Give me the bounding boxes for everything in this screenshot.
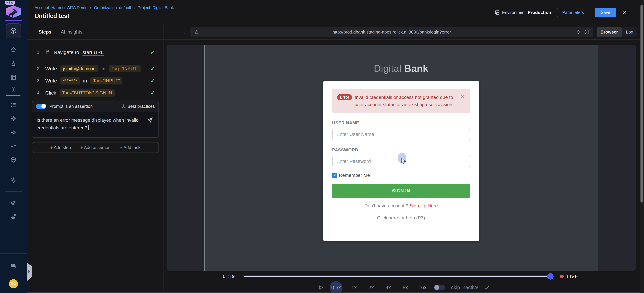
- username-input[interactable]: [332, 129, 470, 140]
- playback-controls: 0.5x 1x 2x 4x 8x 16x skip inactive: [164, 282, 644, 293]
- url-bar[interactable]: http://prod.dbank.staging-apps.relicx.ai…: [190, 27, 593, 37]
- sidebar-item-grid[interactable]: [6, 70, 20, 84]
- live-label: LIVE: [567, 274, 578, 279]
- remember-me-row[interactable]: ✓ Remember Me: [332, 173, 470, 178]
- step-action: Write: [45, 78, 57, 84]
- sidebar-item-cicd[interactable]: [6, 153, 20, 167]
- save-button[interactable]: Save: [595, 8, 616, 17]
- step-row-1[interactable]: 1 Navigate to start URL ✓: [37, 46, 155, 58]
- add-task-button[interactable]: + Add task: [120, 145, 140, 150]
- step-target-chip[interactable]: Tag="BUTTON" SIGN IN: [60, 89, 115, 97]
- speed-0-5x-button[interactable]: 0.5x: [330, 281, 342, 293]
- sidebar-item-settings[interactable]: [6, 112, 20, 125]
- assertion-toggle[interactable]: [36, 104, 46, 109]
- breadcrumb-project[interactable]: Project: Digital Bank: [138, 5, 174, 10]
- sidebar-item-layers-config[interactable]: [6, 196, 20, 210]
- step-target-chip[interactable]: Tag="INPUT": [90, 77, 122, 84]
- svg-text:?: ?: [12, 264, 14, 267]
- breadcrumb-organization[interactable]: Organization: default: [94, 5, 131, 10]
- left-nav-sidebar: NEW: [0, 0, 27, 293]
- sidebar-item-project-settings[interactable]: [6, 173, 20, 187]
- remember-checkbox[interactable]: ✓: [332, 173, 337, 178]
- step-number: 1: [37, 50, 42, 55]
- header-actions: Environment Production Parameters Save ✕: [494, 0, 628, 25]
- harness-aita-logo[interactable]: [6, 5, 21, 18]
- help-link[interactable]: Click here for help (P3): [332, 215, 470, 221]
- sidebar-item-checklist[interactable]: [6, 98, 20, 112]
- sign-in-button[interactable]: SIGN IN: [332, 184, 470, 198]
- horizontal-scrollbar[interactable]: [27, 292, 640, 293]
- prompt-input[interactable]: Is there an error message displayed when…: [32, 112, 158, 137]
- step-action: Navigate to: [54, 49, 79, 55]
- add-step-button[interactable]: + Add step: [50, 145, 71, 150]
- error-alert: Error Invalid credentials or access not …: [332, 89, 470, 113]
- log-view-button[interactable]: Log: [622, 27, 637, 37]
- send-icon: [147, 117, 154, 123]
- step-row-4[interactable]: 4 Click Tag="BUTTON" SIGN IN ✓: [37, 87, 155, 99]
- breadcrumb-account[interactable]: Account: Harness AITA Demo: [34, 5, 88, 10]
- checklist-icon: [10, 102, 16, 108]
- password-label: PASSWORD: [332, 147, 470, 153]
- timeline-scrubber-handle[interactable]: [547, 273, 554, 280]
- tab-ai-insights[interactable]: AI insights: [61, 29, 82, 35]
- step-number: 3: [37, 78, 42, 83]
- step-value-chip[interactable]: ********: [60, 77, 80, 84]
- timeline-track[interactable]: [244, 276, 552, 277]
- no-account-text: Don't have account ?: [364, 203, 408, 208]
- speed-2x-button[interactable]: 2x: [366, 285, 377, 290]
- sidebar-item-integrations[interactable]: [6, 139, 20, 153]
- elapsed-time: 01:19: [223, 274, 234, 279]
- step-row-2[interactable]: 2 Write jsmith@demo.io in Tag="INPUT" ✓: [37, 63, 155, 75]
- back-arrow-button[interactable]: ←: [168, 29, 176, 35]
- environment-icon: [494, 9, 500, 15]
- sidebar-item-help[interactable]: ?: [6, 260, 20, 273]
- brand-bold: Bank: [404, 63, 428, 74]
- parameters-button[interactable]: Parameters: [557, 8, 589, 17]
- sidebar-item-experiments[interactable]: [6, 57, 20, 70]
- step-value-chip[interactable]: jsmith@demo.io: [60, 65, 98, 72]
- speed-16x-button[interactable]: 16x: [417, 285, 428, 290]
- user-avatar[interactable]: DC: [9, 279, 18, 288]
- sidebar-item-incognito[interactable]: [6, 125, 20, 139]
- sign-up-link[interactable]: Sign Up Here: [410, 203, 438, 208]
- url-actions: [576, 29, 590, 35]
- start-url-link[interactable]: start URL: [82, 49, 104, 55]
- environment-selector[interactable]: Environment Production: [494, 9, 551, 15]
- url-text[interactable]: http://prod.dbank.staging-apps.relicx.ai…: [190, 29, 593, 35]
- live-dot-icon: [560, 275, 564, 278]
- best-practices-link[interactable]: Best practices: [122, 104, 155, 109]
- gear-icon: [10, 115, 16, 122]
- speed-8x-button[interactable]: 8x: [400, 285, 411, 290]
- assertion-prompt-card: Prompt is an assertion Best practices Is…: [32, 101, 159, 138]
- sidebar-item-module-active[interactable]: [6, 23, 21, 38]
- send-prompt-button[interactable]: [147, 117, 154, 124]
- scrollbar-thumb[interactable]: [640, 5, 643, 203]
- vertical-scrollbar[interactable]: [640, 0, 644, 293]
- step-target-chip[interactable]: Tag="INPUT": [109, 65, 141, 72]
- sidebar-item-org-config[interactable]: [6, 210, 20, 224]
- expand-right-icon: [28, 270, 30, 273]
- breadcrumb-title-block: Account: Harness AITA Demo › Organizatio…: [34, 0, 174, 25]
- cube-icon: [10, 27, 17, 34]
- speed-1x-button[interactable]: 1x: [348, 285, 360, 290]
- sidebar-item-home[interactable]: [6, 43, 20, 57]
- browser-view-button[interactable]: Browser: [596, 27, 622, 37]
- skip-inactive-toggle[interactable]: [434, 285, 445, 290]
- nav-divider-accent: [5, 20, 22, 21]
- speed-4x-button[interactable]: 4x: [383, 285, 394, 290]
- tab-steps[interactable]: Steps: [38, 29, 51, 35]
- prompt-header: Prompt is an assertion Best practices: [32, 101, 158, 112]
- step-action: Click: [45, 90, 56, 96]
- remember-label: Remember Me: [339, 173, 370, 178]
- alert-close-icon[interactable]: ✕: [459, 94, 465, 100]
- info-icon[interactable]: [584, 29, 590, 35]
- fullscreen-expand-icon[interactable]: [484, 285, 490, 290]
- refresh-icon[interactable]: [576, 29, 581, 35]
- sidebar-item-columns-active[interactable]: [6, 84, 20, 96]
- forward-arrow-button[interactable]: →: [179, 29, 187, 35]
- flask-icon: [10, 60, 16, 67]
- close-icon[interactable]: ✕: [622, 9, 628, 15]
- step-row-3[interactable]: 3 Write ******** in Tag="INPUT" ✓: [37, 75, 155, 87]
- add-assertion-button[interactable]: + Add assertion: [80, 145, 110, 150]
- play-icon[interactable]: [318, 285, 324, 291]
